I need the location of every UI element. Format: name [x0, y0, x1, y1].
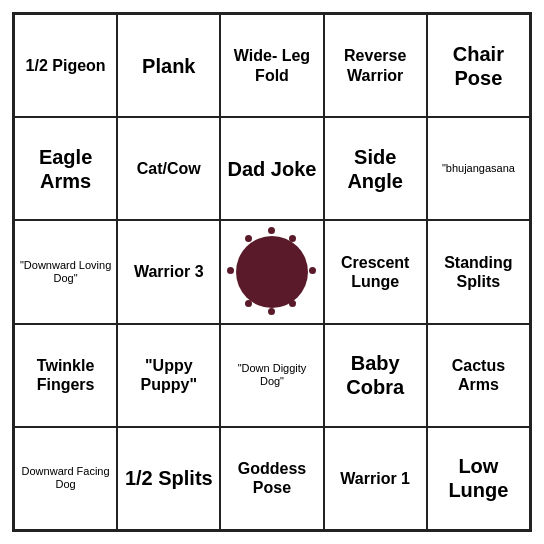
- cell-r0c3: Reverse Warrior: [324, 14, 427, 117]
- cell-r4c4: Low Lunge: [427, 427, 530, 530]
- cell-r2c4: Standing Splits: [427, 220, 530, 323]
- cell-r2c3: Crescent Lunge: [324, 220, 427, 323]
- cell-r0c2: Wide- Leg Fold: [220, 14, 323, 117]
- bingo-board: 1/2 PigeonPlankWide- Leg FoldReverse War…: [12, 12, 532, 532]
- cell-r2c2: [220, 220, 323, 323]
- free-space-circle: [236, 236, 308, 308]
- cell-r3c0: Twinkle Fingers: [14, 324, 117, 427]
- cell-r3c3: Baby Cobra: [324, 324, 427, 427]
- cell-r1c4: "bhujangasana: [427, 117, 530, 220]
- cell-r1c1: Cat/Cow: [117, 117, 220, 220]
- free-space-dot: [289, 300, 296, 307]
- free-space-dot: [245, 235, 252, 242]
- cell-r4c1: 1/2 Splits: [117, 427, 220, 530]
- cell-r2c0: "Downward Loving Dog": [14, 220, 117, 323]
- free-space-dot: [268, 308, 275, 315]
- free-space-dot: [245, 300, 252, 307]
- cell-r4c2: Goddess Pose: [220, 427, 323, 530]
- cell-r1c3: Side Angle: [324, 117, 427, 220]
- free-space-dot: [289, 235, 296, 242]
- cell-r3c2: "Down Diggity Dog": [220, 324, 323, 427]
- cell-r3c1: "Uppy Puppy": [117, 324, 220, 427]
- cell-r4c3: Warrior 1: [324, 427, 427, 530]
- cell-r0c4: Chair Pose: [427, 14, 530, 117]
- cell-r3c4: Cactus Arms: [427, 324, 530, 427]
- cell-r0c0: 1/2 Pigeon: [14, 14, 117, 117]
- free-space-dot: [268, 227, 275, 234]
- cell-r2c1: Warrior 3: [117, 220, 220, 323]
- cell-r1c0: Eagle Arms: [14, 117, 117, 220]
- free-space-dot: [309, 267, 316, 274]
- cell-r1c2: Dad Joke: [220, 117, 323, 220]
- free-space-circle-container: [227, 227, 317, 317]
- cell-r4c0: Downward Facing Dog: [14, 427, 117, 530]
- free-space-dot: [227, 267, 234, 274]
- cell-r0c1: Plank: [117, 14, 220, 117]
